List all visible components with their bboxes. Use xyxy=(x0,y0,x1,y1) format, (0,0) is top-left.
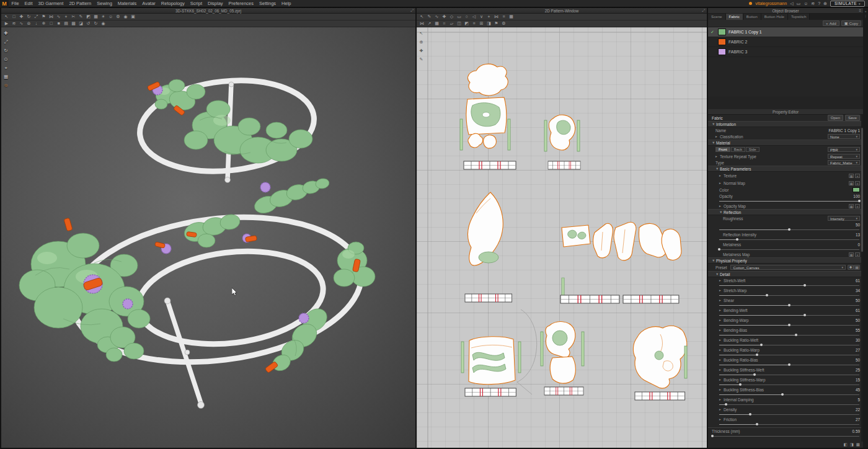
menu-item[interactable]: Materials xyxy=(115,0,139,7)
property-value[interactable]: 27 xyxy=(856,348,860,352)
focus-icon[interactable]: ⊙ xyxy=(2,56,9,63)
select-tool-icon[interactable]: ↖ xyxy=(3,14,10,20)
avatar-show-icon[interactable]: ☺ xyxy=(2,82,9,89)
add-fabric-button[interactable]: + Add xyxy=(823,20,839,26)
free-sew-icon[interactable]: ∿ xyxy=(55,14,62,20)
tape-icon[interactable]: ▱ xyxy=(448,20,455,27)
expand-arrow-icon[interactable]: ▸ xyxy=(719,417,724,421)
render-icon[interactable]: ◉ xyxy=(122,14,129,20)
3d-window-titlebar[interactable]: 3D-STKK6_SH02_02_06_MD_05.zprj ⤢ xyxy=(1,8,415,14)
2d-window-titlebar[interactable]: 2D Pattern-Window ⤢ xyxy=(417,8,707,14)
camera-icon[interactable]: ◉ xyxy=(100,20,107,27)
opacity-map-browse-button[interactable]: + xyxy=(855,204,860,208)
collapse-panel-icon[interactable]: » xyxy=(864,9,866,13)
polygon-tool-icon[interactable]: ◇ xyxy=(448,14,455,20)
menu-item[interactable]: 2D Pattern xyxy=(66,0,94,7)
pattern-group-f[interactable] xyxy=(541,322,584,395)
save-button[interactable]: Save xyxy=(845,115,860,121)
pin2d-icon[interactable]: ⚑ xyxy=(493,20,500,27)
classification-dropdown[interactable]: None▾ xyxy=(828,134,860,139)
show-mesh-icon[interactable]: ■ xyxy=(55,20,62,27)
expand-arrow-icon[interactable]: ▸ xyxy=(719,181,724,185)
menu-item[interactable]: File xyxy=(9,0,22,7)
simulate-play-icon[interactable]: ▶ xyxy=(3,20,10,27)
fabric-color-swatch[interactable] xyxy=(718,38,726,45)
expand-arrow-icon[interactable]: ▸ xyxy=(719,407,724,411)
pattern-group-e[interactable] xyxy=(461,337,521,396)
sync-icon[interactable]: ↻ xyxy=(92,20,99,27)
menu-item[interactable]: Preferences xyxy=(226,0,256,7)
material-side-tab[interactable]: Side xyxy=(746,147,760,152)
drape-icon[interactable]: ≋ xyxy=(11,20,17,27)
pattern-group-a[interactable] xyxy=(460,64,516,169)
wireframe-icon[interactable]: ▤ xyxy=(63,20,69,27)
edit2d-icon[interactable]: ✎ xyxy=(418,56,425,63)
mirror-tool-icon[interactable]: ◫ xyxy=(456,20,463,27)
fabric-color-swatch[interactable] xyxy=(718,48,726,55)
expand-arrow-icon[interactable]: ▸ xyxy=(719,378,724,381)
expand-arrow-icon[interactable]: ▸ xyxy=(719,204,724,208)
collapse-arrow-icon[interactable]: ▼ xyxy=(715,167,720,171)
preset-dropdown[interactable]: Cotton_Canvas▾ xyxy=(730,265,846,270)
group-icon[interactable]: ⊞ xyxy=(478,20,485,27)
normal-view-icon[interactable]: ◪ xyxy=(78,20,84,27)
grid-toggle-icon[interactable]: ▦ xyxy=(92,14,99,20)
edit-pattern-icon[interactable]: ✎ xyxy=(426,14,433,20)
material-type-dropdown[interactable]: Fabric_Matte▾ xyxy=(828,160,860,165)
roughness-mode-dropdown[interactable]: Intensity▾ xyxy=(828,216,860,221)
layout-single-icon[interactable]: ◧ xyxy=(844,442,848,447)
preset-add-button[interactable]: ✚ xyxy=(848,265,854,270)
menu-item[interactable]: Avatar xyxy=(140,0,159,7)
pin-tool-icon[interactable]: ⚑ xyxy=(40,14,47,20)
menu-item[interactable]: 3D Garment xyxy=(35,0,66,7)
object-browser-tab[interactable]: Topstitch xyxy=(788,14,810,20)
collapse-arrow-icon[interactable]: ▼ xyxy=(712,122,716,126)
expand-arrow-icon[interactable]: ▸ xyxy=(719,338,724,342)
property-value[interactable]: 61 xyxy=(856,278,860,283)
menu-item[interactable]: Display xyxy=(205,0,226,7)
transform-tool-icon[interactable]: ↖ xyxy=(418,14,425,20)
material-side-tab[interactable]: Back xyxy=(731,147,745,152)
reflection-intensity-value[interactable]: 13 xyxy=(856,233,860,237)
expand-arrow-icon[interactable]: ▸ xyxy=(719,398,724,401)
light-toggle-icon[interactable]: ☀ xyxy=(100,14,107,20)
move-gizmo-icon[interactable]: ✚ xyxy=(18,14,25,20)
target-icon[interactable]: ⌖ xyxy=(2,64,9,71)
texture-editor-icon[interactable]: ▦ xyxy=(508,14,515,20)
property-value[interactable]: 50 xyxy=(856,318,860,322)
metalness-map-slot[interactable]: ▦ xyxy=(849,252,854,257)
color-picker-swatch[interactable] xyxy=(852,187,860,192)
pattern-group-b[interactable] xyxy=(544,115,580,169)
material-side-tab[interactable]: Front xyxy=(715,147,730,152)
expand-arrow-icon[interactable]: ▸ xyxy=(719,288,724,292)
copy-fabric-button[interactable]: ▣ Copy xyxy=(841,20,861,26)
property-value[interactable]: 34 xyxy=(856,288,860,293)
seam-tool-icon[interactable]: ⋈ xyxy=(493,14,500,20)
snapshot-icon[interactable]: ▣ xyxy=(130,14,136,20)
scale-gizmo-icon[interactable]: ⤢ xyxy=(33,14,40,20)
menu-item[interactable]: Script xyxy=(187,0,205,7)
metalness-map-browse-button[interactable]: + xyxy=(855,252,860,257)
rotate-gizmo-icon[interactable]: ↻ xyxy=(25,14,32,20)
gizmo-scale-icon[interactable]: ⤢ xyxy=(2,38,9,45)
avatar-toggle-icon[interactable]: ☺ xyxy=(107,14,114,20)
hide-mesh-icon[interactable]: □ xyxy=(48,20,55,27)
property-value[interactable]: 15 xyxy=(856,378,860,382)
settings-icon[interactable]: ⚙ xyxy=(115,14,122,20)
reset-view-icon[interactable]: ↺ xyxy=(85,20,92,27)
thickness-slider[interactable] xyxy=(708,434,863,438)
normal-map-slot[interactable]: ▦ xyxy=(849,181,854,185)
property-value[interactable]: 45 xyxy=(856,388,860,392)
menu-item[interactable]: Retopology xyxy=(158,0,187,7)
roughness-value[interactable]: 50 xyxy=(856,223,860,227)
pattern-group-d[interactable] xyxy=(560,222,681,303)
grid-icon[interactable]: ▦ xyxy=(2,73,9,80)
section-information[interactable]: ▼ Information xyxy=(708,121,863,127)
circle-tool-icon[interactable]: ○ xyxy=(463,14,470,20)
expand-arrow-icon[interactable]: ▸ xyxy=(719,278,724,282)
display-icon[interactable]: ▭ xyxy=(797,0,801,7)
opacity-value[interactable]: 100 xyxy=(853,194,860,198)
metalness-value[interactable]: 0 xyxy=(857,242,860,247)
fabric-list-item[interactable]: ✓ FABRIC 2 xyxy=(708,37,863,47)
fabric-list-item[interactable]: ✓ FABRIC 1 Copy 1 xyxy=(708,27,863,37)
